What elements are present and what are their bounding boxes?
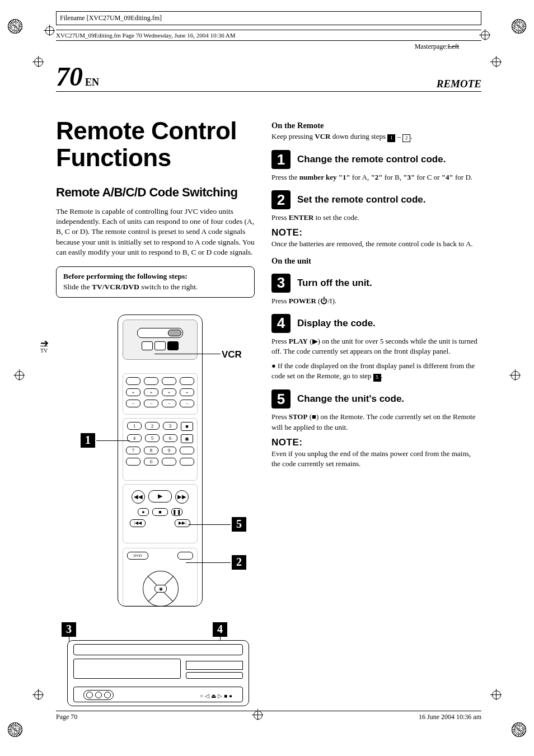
mode-slider (137, 328, 183, 338)
callout-2: 2 (232, 555, 246, 570)
step-title-1: Change the remote control code. (297, 154, 446, 165)
crop-mark-icon (509, 369, 521, 381)
remote-transport: ◀◀ ▶ ▶▶ ● ■ ❚❚ |◀◀ ▶▶| (123, 484, 198, 543)
tv-label: TV (40, 346, 48, 354)
step-2-header: 2 Set the remote control code. (271, 190, 481, 209)
page-subtitle: Remote A/B/C/D Code Switching (56, 185, 255, 200)
step-number-2: 2 (271, 190, 291, 209)
step-number-5: 5 (271, 389, 291, 408)
section-label: REMOTE (437, 78, 481, 90)
step-2-text: Press ENTER to set the code. (271, 213, 481, 223)
remote-illustration: ++++ −−−− 123■ 456◉ 789 0 ◀◀ ▶ ▶▶ (56, 314, 255, 617)
note-2-head: NOTE: (271, 437, 481, 448)
crop-mark-icon (32, 56, 44, 67)
filename-box: Filename [XVC27UM_09Editing.fm] (56, 11, 481, 25)
right-column: On the Remote Keep pressing VCR down dur… (271, 114, 481, 717)
vcr-label: VCR (222, 349, 242, 360)
page-footer: Page 70 16 June 2004 10:36 am (56, 711, 481, 721)
callout-5: 5 (232, 517, 246, 532)
crop-mark-icon (32, 689, 44, 700)
play-icon: ▶ (148, 490, 172, 503)
stop-icon: ■ (312, 412, 316, 421)
callout-1: 1 (81, 433, 95, 448)
callout-3: 3 (62, 622, 76, 637)
crop-mark-icon (490, 56, 502, 67)
unit-illustration: 3 4 ○◁⏏▷■● (56, 622, 255, 717)
step-1-text: Press the number key "1" for A, "2" for … (271, 172, 481, 182)
ffwd-icon: ▶▶ (175, 490, 189, 504)
step-3-header: 3 Turn off the unit. (271, 274, 481, 293)
step-number-1: 1 (271, 150, 291, 169)
callout-4: 4 (213, 622, 227, 637)
page-title: Remote Control Functions (56, 118, 255, 171)
crop-mark-icon (44, 25, 55, 36)
header-meta-text: XVC27UM_09Editing.fm Page 70 Wednesday, … (56, 32, 236, 39)
step-3-text: Press POWER (⏻/I). (271, 296, 481, 306)
dpad-icon: ◉ (143, 571, 177, 605)
registration-mark-icon (512, 19, 526, 34)
note-1-body: Once the batteries are removed, the remo… (271, 239, 481, 249)
power-icon: ⏻/I (320, 297, 332, 305)
on-remote-text: Keep pressing VCR down during steps 1 – … (271, 132, 481, 142)
step-ref-2: 2 (402, 134, 410, 142)
step-ref-1: 1 (387, 134, 395, 142)
left-column: Remote Control Functions Remote A/B/C/D … (56, 114, 255, 717)
remote-numpad: 123■ 456◉ 789 0 (123, 418, 198, 481)
unit-buttons-icon: ○◁⏏▷■● (200, 693, 234, 699)
intro-paragraph: The Remote is capable of controlling fou… (56, 206, 255, 257)
step-number-3: 3 (271, 274, 291, 293)
note-2-body: Even if you unplug the end of the mains … (271, 449, 481, 469)
step-4-text: Press PLAY (▶) on the unit for over 5 se… (271, 336, 481, 356)
page-number: 70EN (56, 63, 99, 90)
remote-panel-1: ++++ −−−− (123, 373, 198, 415)
step-4-header: 4 Display the code. (271, 314, 481, 333)
remote-dpad-panel: DVD ◉ (123, 548, 198, 606)
note-1-head: NOTE: (271, 227, 481, 238)
section-heading: 70EN REMOTE (56, 63, 481, 92)
switch-row (142, 341, 179, 350)
registration-mark-icon (8, 19, 22, 34)
play-icon: ▶ (312, 337, 318, 345)
step-1-header: 1 Change the remote control code. (271, 150, 481, 169)
registration-mark-icon (512, 722, 526, 737)
footer-left: Page 70 (56, 713, 77, 721)
step-4-bullet: ● If the code displayed on the front dis… (271, 361, 481, 382)
step-number-4: 4 (271, 314, 291, 333)
footer-right: 16 June 2004 10:36 am (419, 713, 481, 721)
step-ref-5: 5 (373, 374, 381, 382)
step-title-4: Display the code. (297, 318, 376, 329)
jacks-icon (83, 690, 114, 700)
rewind-icon: ◀◀ (132, 490, 145, 504)
on-remote-heading: On the Remote (271, 121, 481, 130)
masterpage-label: Masterpage:Left (415, 43, 459, 51)
vcr-leader-line (154, 354, 221, 354)
header-meta-line: XVC27UM_09Editing.fm Page 70 Wednesday, … (56, 30, 481, 41)
unit-body: ○◁⏏▷■● (67, 640, 249, 706)
step-5-header: 5 Change the unit's code. (271, 389, 481, 408)
on-unit-heading: On the unit (271, 256, 481, 266)
step-title-3: Turn off the unit. (297, 278, 372, 289)
step-5-text: Press STOP (■) on the Remote. The code c… (271, 412, 481, 432)
instruction-box: Before performing the following steps: S… (56, 266, 255, 298)
step-title-2: Set the remote control code. (297, 194, 426, 205)
crop-mark-icon (13, 369, 25, 381)
step-title-5: Change the unit's code. (297, 393, 404, 405)
registration-mark-icon (8, 722, 22, 737)
crop-mark-icon (490, 689, 502, 700)
